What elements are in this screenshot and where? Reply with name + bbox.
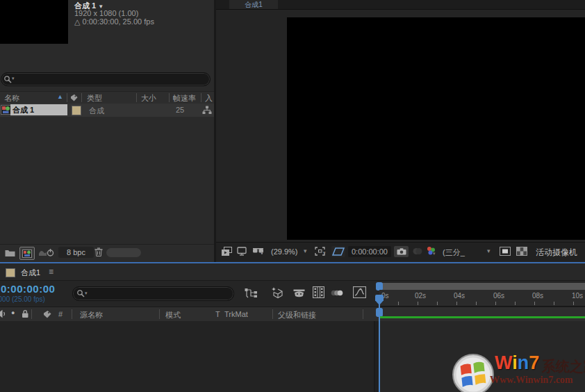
- shy-layers-icon[interactable]: [293, 289, 305, 297]
- bit-depth-button[interactable]: 8 bpc: [58, 247, 94, 258]
- column-name[interactable]: 名称: [4, 93, 19, 104]
- column-type[interactable]: 类型: [87, 93, 102, 104]
- work-area-bar[interactable]: [379, 283, 585, 290]
- always-preview-icon[interactable]: [221, 247, 233, 256]
- timeline-frame-info: 0000 (25.00 fps): [0, 295, 45, 303]
- column-t[interactable]: T: [215, 310, 220, 318]
- project-footer: 8 bpc: [0, 244, 214, 261]
- column-trkmat[interactable]: TrkMat: [224, 310, 248, 318]
- row-type: 合成: [89, 106, 104, 116]
- new-folder-icon[interactable]: [5, 249, 15, 257]
- project-row-comp1[interactable]: 合成 1 合成 25: [0, 104, 214, 117]
- stereo-dropdown-icon[interactable]: ▾: [261, 250, 263, 256]
- stereo-3d-icon[interactable]: ▾: [252, 247, 265, 256]
- mask-visibility-toggle[interactable]: [331, 246, 345, 257]
- project-search-input[interactable]: ▾: [1, 72, 211, 86]
- project-list-header: 名称 ▲ 类型 大小 帧速率 入: [0, 91, 214, 105]
- viewer-tab-comp1[interactable]: 合成1: [229, 0, 278, 9]
- sort-ascending-icon[interactable]: ▲: [57, 93, 63, 100]
- watermark: Win7 系统之家 Www.Winwin7.com: [452, 351, 585, 392]
- lock-column-icon[interactable]: [22, 309, 29, 318]
- composition-flowchart-icon[interactable]: [245, 288, 258, 299]
- ruler-ticks: [379, 302, 585, 305]
- ruler-label-2: 04s: [454, 292, 465, 300]
- ruler-label-5: 10s: [572, 292, 583, 300]
- comp-dimensions: 1920 x 1080 (1.00): [74, 9, 138, 17]
- zoom-level-select[interactable]: (29.9%): [271, 247, 298, 256]
- timeline-search-input[interactable]: ▾: [72, 286, 234, 301]
- watermark-brand-suffix: 系统之家: [542, 357, 585, 376]
- column-source-name[interactable]: 源名称: [80, 310, 103, 320]
- composition-viewport[interactable]: [287, 17, 585, 240]
- watermark-logo-icon: [452, 353, 495, 392]
- channel-dropdown-icon[interactable]: ▾: [433, 251, 436, 256]
- ruler-label-3: 06s: [493, 292, 504, 300]
- audio-column-icon[interactable]: [0, 309, 7, 318]
- column-mode[interactable]: 模式: [165, 310, 181, 320]
- resolution-dropdown-icon[interactable]: ▾: [487, 247, 491, 254]
- timeline-tab-label[interactable]: 合成1: [21, 268, 40, 278]
- trash-icon[interactable]: [94, 247, 103, 257]
- show-channel-icon[interactable]: ▾: [426, 246, 436, 256]
- active-camera-select[interactable]: 活动摄像机: [536, 247, 577, 259]
- timeline-column-header: ● # 源名称 模式 T TrkMat 父级和链接: [0, 307, 585, 322]
- timeline-layer-area[interactable]: [0, 321, 374, 392]
- motion-blur-icon[interactable]: [331, 288, 344, 297]
- column-in[interactable]: 入: [205, 93, 213, 104]
- grid-dropdown-icon[interactable]: ▾: [323, 250, 326, 256]
- snapshot-camera-button[interactable]: [394, 246, 409, 257]
- show-snapshot-icon[interactable]: [413, 247, 422, 255]
- ruler-label-4: 08s: [532, 292, 543, 300]
- cached-frames-bar: [379, 316, 585, 318]
- column-frame-rate[interactable]: 帧速率: [173, 93, 196, 104]
- grid-guides-icon[interactable]: ▾: [315, 247, 327, 256]
- region-of-interest-icon[interactable]: [500, 247, 511, 256]
- proxy-toggle-icon[interactable]: [38, 247, 55, 258]
- watermark-url: Www.Winwin7.com: [490, 375, 573, 386]
- column-index[interactable]: #: [58, 310, 63, 318]
- comp-duration: △ 0:00:30:00, 25.00 fps: [74, 17, 154, 26]
- transparency-grid-icon[interactable]: [516, 247, 527, 256]
- column-parent-link[interactable]: 父级和链接: [278, 310, 316, 320]
- timeline-comp-icon: [6, 268, 15, 277]
- ruler-label-1: 02s: [415, 292, 426, 300]
- label-column-header-icon[interactable]: [43, 310, 52, 319]
- parent-flowchart-icon: [202, 106, 212, 115]
- viewer-toolbar: ▾ (29.9%) ▾ ▾ 0:00:00:00 ▾ (三分_ ▾ 活动摄像机: [216, 242, 585, 261]
- playhead-line[interactable]: [379, 299, 380, 392]
- panel-menu-icon[interactable]: ≡: [49, 267, 53, 277]
- graph-editor-icon[interactable]: [353, 286, 366, 298]
- timeline-timecode[interactable]: 0:00:00:00: [1, 283, 55, 295]
- solo-column-icon[interactable]: ●: [11, 309, 15, 316]
- frame-blending-icon[interactable]: [313, 286, 324, 298]
- watermark-brand: Win7: [495, 352, 539, 374]
- column-size[interactable]: 大小: [141, 93, 156, 104]
- project-thumbnail: [0, 0, 68, 44]
- footer-scrollbar[interactable]: [106, 248, 141, 257]
- draft-3d-icon[interactable]: [270, 286, 283, 299]
- label-column-icon[interactable]: [70, 94, 79, 102]
- viewer-timecode-field[interactable]: 0:00:00:00: [348, 246, 391, 257]
- composition-item-icon: [1, 105, 11, 115]
- resolution-select[interactable]: (三分_: [443, 247, 465, 258]
- row-frame-rate: 25: [176, 106, 184, 114]
- primary-viewer-icon[interactable]: [237, 247, 247, 256]
- viewer-tab-label: 合成1: [245, 0, 263, 10]
- time-ruler[interactable]: 0s 02s 04s 06s 08s 10s: [379, 290, 585, 307]
- timeline-tab-row: 合成1 ≡: [0, 263, 585, 281]
- search-dropdown-icon[interactable]: ▾: [12, 76, 15, 81]
- new-composition-button[interactable]: [19, 247, 35, 260]
- row-label-swatch[interactable]: [72, 106, 81, 115]
- timeline-search-dropdown-icon[interactable]: ▾: [85, 291, 88, 296]
- zoom-dropdown-icon[interactable]: ▾: [304, 247, 307, 254]
- row-name-selected[interactable]: 合成 1: [10, 104, 67, 115]
